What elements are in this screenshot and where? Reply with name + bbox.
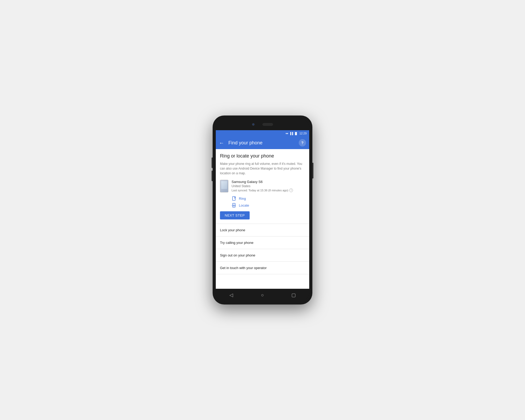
app-bar: ← Find your phone ? (216, 136, 309, 149)
svg-rect-4 (233, 203, 235, 207)
status-icons: ▾▾ ▐▐ ▐▌ (286, 132, 298, 135)
phone-top-bar (216, 119, 309, 130)
ring-locate-section: Ring or locate your phone Make your phon… (216, 149, 309, 224)
ring-icon (232, 196, 236, 201)
status-time: 12:29 (299, 132, 307, 135)
content-area: Ring or locate your phone Make your phon… (216, 149, 309, 289)
device-name: Samsung Galaxy S6 (232, 180, 305, 184)
help-button[interactable]: ? (299, 139, 306, 146)
volume-up-button[interactable] (212, 158, 213, 168)
section-description: Make your phone ring at full volume, eve… (220, 161, 305, 176)
section-title: Ring or locate your phone (220, 153, 305, 159)
back-button[interactable]: ← (219, 140, 224, 146)
sync-text: Last synced: Today at 15:36 (8 minutes a… (232, 189, 288, 192)
ring-label: Ring (239, 197, 246, 201)
signal-icon: ▐▐ (289, 132, 293, 135)
device-sync: Last synced: Today at 15:36 (8 minutes a… (232, 188, 305, 192)
earpiece-speaker (262, 123, 273, 126)
locate-link[interactable]: Locate (232, 203, 305, 208)
app-title: Find your phone (228, 140, 299, 146)
list-item-signout[interactable]: Sign out on your phone (216, 249, 309, 262)
svg-point-5 (233, 205, 235, 206)
device-info: Samsung Galaxy S6 United States Last syn… (232, 180, 305, 192)
device-image (220, 180, 228, 192)
device-location: United States (232, 184, 305, 188)
power-button[interactable] (312, 163, 313, 178)
list-item-operator[interactable]: Get in touch with your operator (216, 262, 309, 274)
back-nav-button[interactable]: ◁ (226, 290, 237, 300)
volume-down-button[interactable] (212, 171, 213, 181)
next-step-button[interactable]: Next step (220, 211, 250, 219)
status-bar: ▾▾ ▐▐ ▐▌ 12:29 (216, 130, 309, 136)
phone-device: ▾▾ ▐▐ ▐▌ 12:29 ← Find your phone ? Ring … (213, 116, 312, 304)
action-links: Ring Locate (220, 196, 305, 208)
front-camera (252, 123, 255, 126)
locate-icon (232, 203, 236, 208)
battery-icon: ▐▌ (294, 132, 298, 135)
ring-link[interactable]: Ring (232, 196, 305, 201)
home-nav-button[interactable]: ○ (257, 290, 268, 300)
locate-label: Locate (239, 203, 249, 207)
recent-nav-button[interactable]: ▢ (288, 290, 299, 300)
list-item-call[interactable]: Try calling your phone (216, 237, 309, 249)
bottom-navigation: ◁ ○ ▢ (216, 289, 309, 301)
wifi-icon: ▾▾ (286, 132, 288, 135)
screen-area: ▾▾ ▐▐ ▐▌ 12:29 ← Find your phone ? Ring … (216, 130, 309, 289)
device-row: Samsung Galaxy S6 United States Last syn… (220, 180, 305, 192)
phone-screen: ▾▾ ▐▐ ▐▌ 12:29 ← Find your phone ? Ring … (216, 119, 309, 301)
list-item-lock[interactable]: Lock your phone (216, 224, 309, 237)
sync-help-icon[interactable]: ? (289, 188, 293, 192)
